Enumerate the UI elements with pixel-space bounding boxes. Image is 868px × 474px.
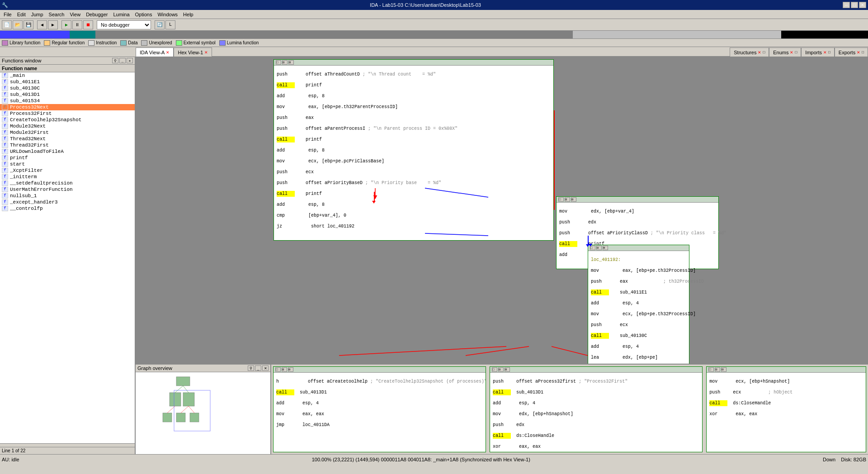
func-thread32first[interactable]: f Thread32First bbox=[0, 142, 135, 148]
panel-close-button[interactable]: ✕ bbox=[127, 58, 133, 63]
overview-min[interactable]: _ bbox=[255, 365, 261, 371]
menu-file[interactable]: File bbox=[1, 11, 14, 18]
tab-exports-expand[interactable]: □ bbox=[862, 50, 864, 54]
svg-line-4 bbox=[466, 346, 529, 356]
bottom-block-right[interactable]: □ ⊡ ⊟ mov ecx, [ebp+hSnapshot] push ecx … bbox=[706, 366, 866, 452]
block-btn-mid-2[interactable]: ⊡ bbox=[565, 197, 570, 202]
legend-bar: Library function Regular function Instru… bbox=[0, 39, 868, 47]
bb-btn2[interactable]: ⊡ bbox=[282, 367, 287, 372]
menu-debugger[interactable]: Debugger bbox=[83, 11, 110, 18]
tab-enums-close[interactable]: ✕ bbox=[790, 50, 793, 55]
overview-lock[interactable]: ⚲ bbox=[248, 365, 254, 371]
debugger-select[interactable]: No debugger bbox=[97, 20, 151, 29]
block-btn-right-2[interactable]: ⊡ bbox=[596, 246, 602, 250]
tab-exports-close[interactable]: ✕ bbox=[857, 50, 860, 55]
menu-lumina[interactable]: Lumina bbox=[110, 11, 132, 18]
close-button[interactable]: ✕ bbox=[859, 2, 866, 8]
tb-forward[interactable]: ▶ bbox=[48, 20, 58, 29]
func-module32next[interactable]: f Module32Next bbox=[0, 123, 135, 129]
func-except-handler3[interactable]: f _except_handler3 bbox=[0, 199, 135, 205]
tb-save[interactable]: 💾 bbox=[24, 20, 33, 29]
block-btn-right-3[interactable]: ⊟ bbox=[603, 246, 608, 250]
func-usermath[interactable]: f UserMathErrorFunction bbox=[0, 186, 135, 193]
tab-structures[interactable]: Structures ✕ □ bbox=[730, 47, 769, 57]
func-printf[interactable]: f printf bbox=[0, 155, 135, 161]
tb-run[interactable]: ▶ bbox=[61, 20, 71, 29]
tab-ida-view-a[interactable]: IDA View-A ✕ bbox=[136, 47, 174, 57]
block-btn-1[interactable]: □ bbox=[276, 60, 281, 65]
func-start[interactable]: f start bbox=[0, 161, 135, 167]
bb-m-btn3[interactable]: ⊟ bbox=[505, 367, 510, 372]
bb-r-btn3[interactable]: ⊟ bbox=[721, 367, 726, 372]
block-btn-mid-1[interactable]: □ bbox=[558, 197, 564, 202]
func-process32next[interactable]: f Process32Next bbox=[0, 104, 135, 110]
func-sub4013D1[interactable]: f sub_4013D1 bbox=[0, 91, 135, 98]
tab-hex-view-1[interactable]: Hex View-1 ✕ bbox=[174, 47, 212, 57]
tb-stop[interactable]: ⏹ bbox=[83, 20, 93, 29]
tab-enums-expand[interactable]: □ bbox=[795, 50, 797, 54]
func-module32first[interactable]: f Module32First bbox=[0, 129, 135, 136]
block-btn-2[interactable]: ⊡ bbox=[282, 60, 288, 65]
code-block-mid-header: □ ⊡ ⊟ bbox=[557, 197, 718, 203]
func-createtoolhelp[interactable]: f CreateToolhelp32Snapshot bbox=[0, 117, 135, 123]
functions-scrollbar[interactable] bbox=[0, 443, 135, 447]
bb-r-btn1[interactable]: □ bbox=[708, 367, 714, 372]
legend-color-unexplored bbox=[141, 40, 147, 46]
menu-jump[interactable]: Jump bbox=[28, 11, 46, 18]
func-thread32next[interactable]: f Thread32Next bbox=[0, 136, 135, 142]
func-sub40130C[interactable]: f sub_40130C bbox=[0, 85, 135, 91]
menu-view[interactable]: View bbox=[67, 11, 83, 18]
restore-button[interactable]: □ bbox=[851, 2, 858, 8]
func-nullsub1[interactable]: f nullsub_1 bbox=[0, 193, 135, 199]
tab-hex-view-1-close[interactable]: ✕ bbox=[204, 50, 208, 55]
overview-close[interactable]: ✕ bbox=[262, 365, 269, 371]
func-sub4011E1[interactable]: f sub_4011E1 bbox=[0, 79, 135, 85]
tb-lumina[interactable]: L bbox=[165, 20, 175, 29]
code-block-right[interactable]: □ ⊡ ⊟ loc_401192: mov eax, [ebp+pe.th32P… bbox=[588, 245, 689, 364]
svg-line-13 bbox=[183, 386, 189, 393]
tab-enums[interactable]: Enums ✕ □ bbox=[769, 47, 801, 57]
functions-list[interactable]: f _main f sub_4011E1 f sub_40130C f sub_… bbox=[0, 72, 135, 443]
tab-imports-close[interactable]: ✕ bbox=[823, 50, 827, 55]
bb-m-btn1[interactable]: □ bbox=[492, 367, 497, 372]
minimize-button[interactable]: ─ bbox=[843, 2, 850, 8]
func-process32first[interactable]: f Process32First bbox=[0, 110, 135, 117]
func-main[interactable]: f _main bbox=[0, 72, 135, 79]
menu-options[interactable]: Options bbox=[132, 11, 155, 18]
block-btn-3[interactable]: ⊟ bbox=[288, 60, 294, 65]
menu-edit[interactable]: Edit bbox=[14, 11, 28, 18]
menu-help[interactable]: Help bbox=[180, 11, 196, 18]
panel-lock-button[interactable]: ⚲ bbox=[112, 58, 118, 63]
bottom-block-left[interactable]: □ ⊡ ⊟ h offset aCreatetoolhelp ; "Create… bbox=[273, 366, 486, 452]
bb-btn3[interactable]: ⊟ bbox=[288, 367, 293, 372]
func-initterm[interactable]: f _initterm bbox=[0, 174, 135, 180]
tb-new[interactable]: 📄 bbox=[2, 20, 12, 29]
tab-ida-view-a-close[interactable]: ✕ bbox=[166, 50, 170, 55]
tab-structures-expand[interactable]: □ bbox=[763, 50, 765, 54]
func-urldownload[interactable]: f URLDownloadToFileA bbox=[0, 148, 135, 155]
tb-pause[interactable]: ⏸ bbox=[72, 20, 82, 29]
bb-btn1[interactable]: □ bbox=[275, 367, 281, 372]
func-sub401534[interactable]: f sub_401534 bbox=[0, 98, 135, 104]
menu-windows[interactable]: Windows bbox=[155, 11, 180, 18]
arrowhead-mid-down2 bbox=[589, 244, 592, 246]
tab-imports-expand[interactable]: □ bbox=[828, 50, 830, 54]
graph-view[interactable]: □ ⊡ ⊟ push offset aThreadCountD ; "\n Th… bbox=[136, 57, 868, 364]
func-controlfp[interactable]: f __controlfp bbox=[0, 205, 135, 212]
tb-back[interactable]: ◀ bbox=[37, 20, 47, 29]
block-btn-mid-3[interactable]: ⊟ bbox=[571, 197, 576, 202]
tab-exports[interactable]: Exports ✕ □ bbox=[835, 47, 868, 57]
func-xcptfilter[interactable]: f _XcptFilter bbox=[0, 167, 135, 174]
bottom-block-mid[interactable]: □ ⊡ ⊟ push offset aProcess32first ; "Pro… bbox=[490, 366, 703, 452]
tab-imports[interactable]: Imports ✕ □ bbox=[801, 47, 835, 57]
bb-m-btn2[interactable]: ⊡ bbox=[498, 367, 504, 372]
functions-line-info: Line 1 of 22 bbox=[0, 447, 135, 454]
bb-r-btn2[interactable]: ⊡ bbox=[715, 367, 720, 372]
func-setdefaultprecision[interactable]: f __setdefaultprecision bbox=[0, 180, 135, 186]
menu-search[interactable]: Search bbox=[46, 11, 67, 18]
tab-structures-close[interactable]: ✕ bbox=[758, 50, 761, 55]
tb-sync[interactable]: 🔄 bbox=[155, 20, 165, 29]
tb-open[interactable]: 📂 bbox=[13, 20, 23, 29]
code-block-top[interactable]: □ ⊡ ⊟ push offset aThreadCountD ; "\n Th… bbox=[274, 59, 554, 241]
panel-minimize-button[interactable]: _ bbox=[119, 58, 126, 63]
